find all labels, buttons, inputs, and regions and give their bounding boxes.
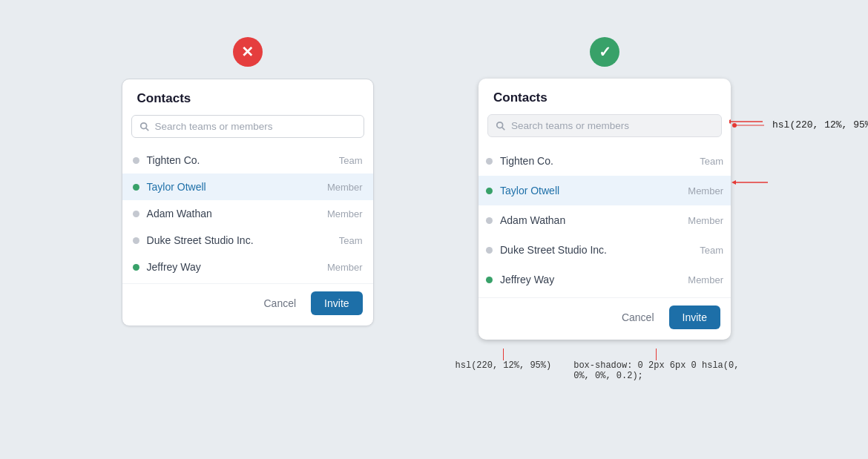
contact-name: Adam Wathan (500, 214, 680, 226)
status-dot (486, 217, 493, 224)
contact-type: Member (688, 274, 723, 285)
good-dialog-container: Contacts Search teams or members Tighten… (479, 79, 731, 340)
table-row[interactable]: Tighten Co. Team (122, 147, 373, 174)
good-search-wrapper: Search teams or members (479, 114, 731, 143)
annotation-arrow-padding (734, 175, 868, 190)
good-search-box[interactable]: Search teams or members (487, 114, 722, 137)
svg-line-3 (502, 127, 505, 130)
cancel-button[interactable]: Cancel (614, 306, 662, 328)
contact-name: Taylor Otwell (500, 185, 680, 197)
svg-point-2 (497, 122, 503, 128)
table-row[interactable]: Jeffrey Way Member (479, 265, 731, 294)
bad-contact-list: Tighten Co. Team Taylor Otwell Member Ad… (122, 144, 373, 283)
bad-dialog-title: Contacts (122, 79, 373, 115)
bottom-ann-left: hsl(220, 12%, 95%) (456, 349, 552, 371)
ann-arrow-left (503, 349, 504, 360)
annotation-search-bg: hsl(220, 12%, 95%) (734, 119, 868, 131)
bad-search-box[interactable]: Search teams or members (131, 115, 364, 138)
good-dialog-title: Contacts (479, 79, 731, 114)
annotation-label-bottom-right: box-shadow: 0 2px 6px 0 hsla(0,0%, 0%, 0… (573, 360, 739, 381)
status-dot (133, 157, 139, 164)
contact-type: Member (688, 215, 723, 226)
contact-type: Member (327, 262, 363, 273)
svg-marker-7 (731, 180, 736, 185)
contact-type: Member (688, 185, 723, 197)
table-row[interactable]: Adam Wathan Member (479, 205, 731, 235)
contact-type: Team (700, 156, 723, 167)
good-panel: ✓ Contacts Search teams or members (463, 37, 747, 381)
table-row[interactable]: Adam Wathan Member (122, 200, 373, 227)
contact-name: Duke Street Studio Inc. (147, 234, 332, 246)
table-row[interactable]: Taylor Otwell Member (479, 176, 731, 205)
contact-name: Tighten Co. (500, 155, 692, 167)
contact-name: Duke Street Studio Inc. (500, 244, 692, 256)
bad-dialog: Contacts Search teams or members Tighten… (122, 79, 374, 326)
contact-type: Team (339, 235, 363, 246)
contact-name: Jeffrey Way (147, 261, 320, 273)
status-dot (486, 247, 493, 254)
status-dot (133, 211, 139, 217)
bad-search-wrapper: Search teams or members (122, 115, 373, 144)
contact-name: Taylor Otwell (147, 181, 320, 193)
annotation-label-bottom-left: hsl(220, 12%, 95%) (456, 360, 552, 371)
good-contact-list: Tighten Co. Team Taylor Otwell Member Ad… (479, 143, 731, 297)
bad-dialog-footer: Cancel Invite (122, 283, 373, 326)
cancel-button[interactable]: Cancel (257, 292, 304, 314)
contact-type: Member (327, 182, 363, 193)
search-icon (139, 122, 150, 132)
contact-type: Team (339, 155, 363, 166)
status-dot (486, 188, 493, 194)
good-indicator: ✓ (590, 37, 619, 67)
invite-button[interactable]: Invite (669, 306, 720, 329)
annotation-padding: padding: 12px 10px (734, 175, 868, 190)
contact-name: Jeffrey Way (500, 274, 680, 285)
table-row[interactable]: Duke Street Studio Inc. Team (122, 227, 373, 254)
table-row[interactable]: Tighten Co. Team (479, 146, 731, 176)
contact-name: Tighten Co. (147, 154, 332, 166)
table-row[interactable]: Duke Street Studio Inc. Team (479, 235, 731, 265)
contact-type: Member (327, 208, 363, 219)
svg-line-1 (145, 128, 148, 131)
annotation-label-search: hsl(220, 12%, 95%) (772, 119, 868, 131)
bad-panel: ✕ Contacts Search teams or members Tight… (122, 37, 374, 326)
invite-button[interactable]: Invite (311, 291, 362, 315)
status-dot (486, 158, 493, 165)
status-dot (133, 184, 139, 191)
table-row[interactable]: Jeffrey Way Member (122, 254, 373, 280)
bad-search-placeholder: Search teams or members (155, 121, 273, 132)
search-icon (496, 121, 506, 131)
good-dialog: Contacts Search teams or members Tighten… (479, 79, 731, 340)
ann-arrow-right (656, 349, 657, 360)
status-dot (486, 277, 493, 283)
bottom-annotations: hsl(220, 12%, 95%) box-shadow: 0 2px 6px… (456, 349, 740, 381)
table-row[interactable]: Taylor Otwell Member (122, 174, 373, 200)
contact-type: Team (700, 245, 723, 256)
good-dialog-footer: Cancel Invite (479, 297, 731, 340)
bad-indicator: ✕ (233, 37, 263, 67)
annotation-arrow-search (729, 114, 868, 129)
good-search-placeholder: Search teams or members (511, 120, 629, 131)
svg-point-0 (140, 122, 146, 128)
status-dot (133, 237, 139, 244)
bottom-ann-right: box-shadow: 0 2px 6px 0 hsla(0,0%, 0%, 0… (573, 349, 739, 381)
status-dot (133, 264, 139, 271)
contact-name: Adam Wathan (147, 208, 320, 219)
